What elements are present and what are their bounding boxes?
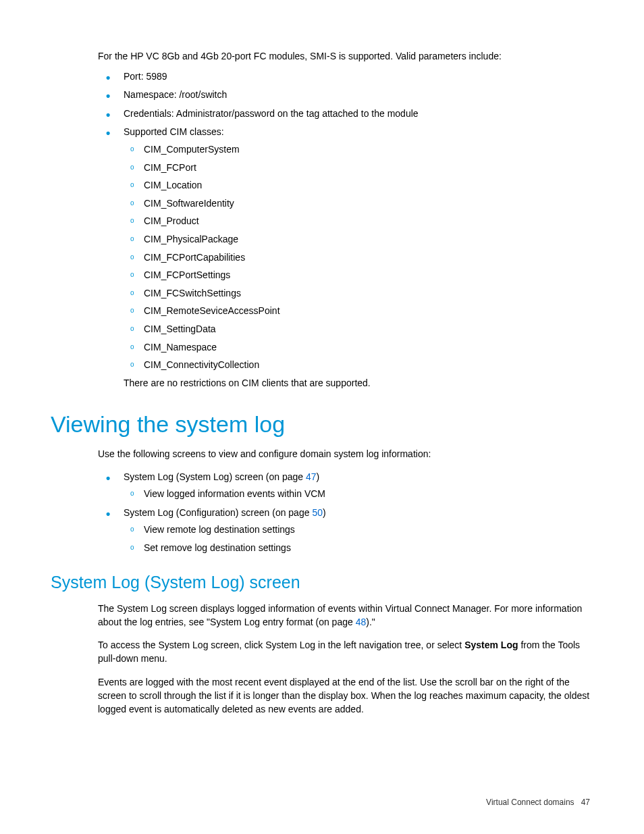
list-item: View remote log destination settings <box>124 523 593 537</box>
body-paragraph: The System Log screen displays logged in… <box>98 602 593 629</box>
list-item: Namespace: /root/switch <box>98 88 593 102</box>
list-item: CIM_Product <box>124 215 593 228</box>
list-item: Credentials: Administrator/password on t… <box>98 107 593 121</box>
body-paragraph: To access the System Log screen, click S… <box>98 638 593 666</box>
list-item: View logged information events within VC… <box>124 488 593 501</box>
screen2-sublist: View remote log destination settings Set… <box>124 523 593 554</box>
cim-label: Supported CIM classes: <box>124 126 224 137</box>
screen2-prefix: System Log (Configuration) screen (on pa… <box>124 507 312 518</box>
list-item: CIM_Location <box>124 179 593 192</box>
screen2-suffix: ) <box>323 507 326 518</box>
footer-page-number: 47 <box>581 798 590 807</box>
list-item: CIM_Namespace <box>124 341 593 355</box>
page-footer: Virtual Connect domains 47 <box>486 798 590 807</box>
p3-a: To access the System Log screen, click S… <box>98 640 464 650</box>
p2-a: The System Log screen displays logged in… <box>98 603 582 627</box>
p3-bold: System Log <box>464 640 518 650</box>
parameter-list: Port: 5989 Namespace: /root/switch Crede… <box>98 70 593 390</box>
list-item: CIM_FCPortCapabilities <box>124 251 593 265</box>
body-paragraph: Use the following screens to view and co… <box>98 447 593 461</box>
list-item: CIM_FCPort <box>124 161 593 175</box>
list-item: CIM_SoftwareIdentity <box>124 197 593 211</box>
heading-viewing-system-log: Viewing the system log <box>51 411 593 438</box>
cim-class-list: CIM_ComputerSystem CIM_FCPort CIM_Locati… <box>124 143 593 372</box>
page-link-50[interactable]: 50 <box>312 507 323 518</box>
heading-system-log-screen: System Log (System Log) screen <box>51 573 593 592</box>
list-item: CIM_PhysicalPackage <box>124 233 593 246</box>
list-item: Supported CIM classes: CIM_ComputerSyste… <box>98 126 593 390</box>
footer-section: Virtual Connect domains <box>486 798 574 807</box>
list-item: System Log (Configuration) screen (on pa… <box>98 506 593 555</box>
screen1-sublist: View logged information events within VC… <box>124 488 593 501</box>
screen-list: System Log (System Log) screen (on page … <box>98 471 593 555</box>
cim-note: There are no restrictions on CIM clients… <box>124 377 593 390</box>
screen1-suffix: ) <box>317 471 320 482</box>
list-item: CIM_ComputerSystem <box>124 143 593 157</box>
list-item: CIM_FCSwitchSettings <box>124 287 593 301</box>
list-item: CIM_RemoteSeviceAccessPoint <box>124 305 593 318</box>
list-item: Set remove log destination settings <box>124 542 593 555</box>
list-item: Port: 5989 <box>98 70 593 84</box>
page-link-48[interactable]: 48 <box>356 617 367 627</box>
intro-paragraph: For the HP VC 8Gb and 4Gb 20-port FC mod… <box>98 50 593 63</box>
list-item: System Log (System Log) screen (on page … <box>98 471 593 501</box>
list-item: CIM_ConnectivityCollection <box>124 359 593 372</box>
page-link-47[interactable]: 47 <box>306 471 317 482</box>
list-item: CIM_FCPortSettings <box>124 269 593 282</box>
p2-b: )." <box>366 617 375 627</box>
body-paragraph: Events are logged with the most recent e… <box>98 675 593 716</box>
screen1-prefix: System Log (System Log) screen (on page <box>124 471 306 482</box>
list-item: CIM_SettingData <box>124 323 593 336</box>
